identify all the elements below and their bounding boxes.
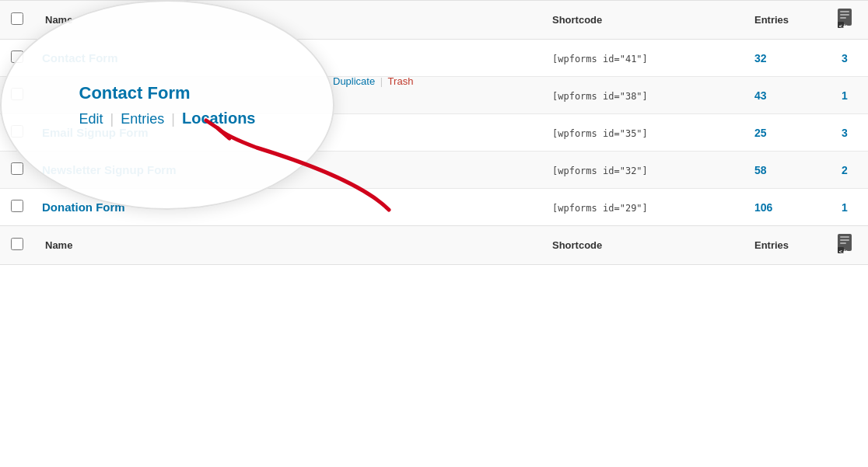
shortcode-value: [wpforms id="29"] <box>552 203 648 214</box>
footer-entries-col: Entries <box>744 226 821 265</box>
row-name-cell: Contact Form Edit | Entries | Locations … <box>34 40 541 77</box>
row-entries-cell: 58 <box>744 152 821 189</box>
entries-count: 32 <box>754 52 767 64</box>
row-icon-cell: 1 <box>821 77 868 114</box>
row-icon-cell: 3 <box>821 40 868 77</box>
code-icon-header: </> <box>836 9 853 29</box>
row-checkbox[interactable] <box>11 88 23 100</box>
row-icon-cell: 3 <box>821 114 868 152</box>
icon-entries-count: 3 <box>842 127 848 139</box>
icon-entries-count: 2 <box>842 164 848 176</box>
table-row: Donation Form [wpforms id="29"] 106 1 <box>0 189 868 226</box>
select-all-checkbox[interactable] <box>11 12 23 25</box>
svg-rect-8 <box>840 239 849 241</box>
icon-entries-count: 1 <box>842 201 848 214</box>
entries-count: 25 <box>754 127 767 139</box>
header-entries-col: Entries <box>744 1 821 40</box>
row-checkbox[interactable] <box>11 125 23 138</box>
form-name-link[interactable]: Contact Form <box>42 51 118 64</box>
svg-rect-1 <box>840 11 849 12</box>
row-checkbox[interactable] <box>11 51 23 63</box>
row-name-cell: Newsletter Signup Form <box>34 152 541 189</box>
row-shortcode-cell: [wpforms id="38"] <box>541 77 744 114</box>
row-shortcode-cell: [wpforms id="41"] <box>541 40 744 77</box>
table-row: Email Signup Form [wpforms id="35"] 25 3 <box>0 114 868 152</box>
row-name-cell: Donation Form <box>34 189 541 226</box>
svg-rect-2 <box>840 14 849 16</box>
footer-checkbox-col <box>0 226 34 265</box>
row-entries-cell: 25 <box>744 114 821 152</box>
row-entries-cell: 32 <box>744 40 821 77</box>
table-footer-row: Name Shortcode Entries </> <box>0 226 868 265</box>
row-name-cell: Email Signup Form <box>34 114 541 152</box>
forms-table-wrapper: Contact Form Edit | Entries | Locations <box>0 0 868 467</box>
icon-entries-count: 3 <box>842 52 848 64</box>
row-shortcode-cell: [wpforms id="32"] <box>541 152 744 189</box>
footer-entries-label: Entries <box>754 239 789 251</box>
row-icon-cell: 2 <box>821 152 868 189</box>
row-checkbox-cell <box>0 152 34 189</box>
row-checkbox-cell <box>0 114 34 152</box>
forms-table: Name Shortcode Entries </> <box>0 0 868 265</box>
footer-name-col: Name <box>34 226 541 265</box>
row-entries-cell: 106 <box>744 189 821 226</box>
footer-shortcode-label: Shortcode <box>552 239 602 251</box>
shortcode-value: [wpforms id="38"] <box>552 91 648 102</box>
header-entries-label: Entries <box>754 14 789 26</box>
row-checkbox[interactable] <box>11 200 23 212</box>
footer-icon-col: </> <box>821 226 868 265</box>
footer-shortcode-col: Shortcode <box>541 226 744 265</box>
form-name-link[interactable] <box>42 89 45 102</box>
form-name-link[interactable]: Donation Form <box>42 200 125 214</box>
shortcode-value: [wpforms id="41"] <box>552 54 648 64</box>
svg-rect-3 <box>840 17 846 19</box>
header-name-col: Name <box>34 1 541 40</box>
shortcode-value: [wpforms id="32"] <box>552 166 648 176</box>
svg-rect-9 <box>840 242 846 244</box>
form-name-link[interactable]: Newsletter Signup Form <box>42 163 177 176</box>
row-shortcode-cell: [wpforms id="29"] <box>541 189 744 226</box>
header-icon-col: </> <box>821 1 868 40</box>
header-name-label: Name <box>45 14 72 26</box>
row-checkbox-cell <box>0 40 34 77</box>
shortcode-value: [wpforms id="35"] <box>552 128 648 139</box>
row-checkbox[interactable] <box>11 162 23 175</box>
row-checkbox-cell <box>0 189 34 226</box>
trash-inline-link[interactable]: Trash <box>388 75 414 87</box>
svg-rect-7 <box>840 236 849 238</box>
code-icon-footer: </> <box>836 234 853 254</box>
inline-row-actions: Duplicate | Trash <box>333 75 413 87</box>
table-header-row: Name Shortcode Entries </> <box>0 1 868 40</box>
table-row: Newsletter Signup Form [wpforms id="32"]… <box>0 152 868 189</box>
header-shortcode-col: Shortcode <box>541 1 744 40</box>
form-name-link[interactable]: Email Signup Form <box>42 126 149 139</box>
row-checkbox-cell <box>0 77 34 114</box>
svg-text:</>: </> <box>839 23 849 30</box>
footer-select-all-checkbox[interactable] <box>11 238 23 250</box>
duplicate-inline-link[interactable]: Duplicate <box>333 75 378 87</box>
row-shortcode-cell: [wpforms id="35"] <box>541 114 744 152</box>
table-row: Contact Form Edit | Entries | Locations … <box>0 40 868 77</box>
entries-count: 43 <box>754 89 767 102</box>
header-shortcode-label: Shortcode <box>552 14 602 26</box>
table-row: [wpforms id="38"] 43 1 <box>0 77 868 114</box>
row-entries-cell: 43 <box>744 77 821 114</box>
entries-count: 106 <box>754 201 772 214</box>
row-name-cell <box>34 77 541 114</box>
header-checkbox-col <box>0 1 34 40</box>
icon-entries-count: 1 <box>842 89 848 102</box>
svg-text:</>: </> <box>839 249 849 255</box>
entries-count: 58 <box>754 164 767 176</box>
row-icon-cell: 1 <box>821 189 868 226</box>
footer-name-label: Name <box>45 239 72 251</box>
